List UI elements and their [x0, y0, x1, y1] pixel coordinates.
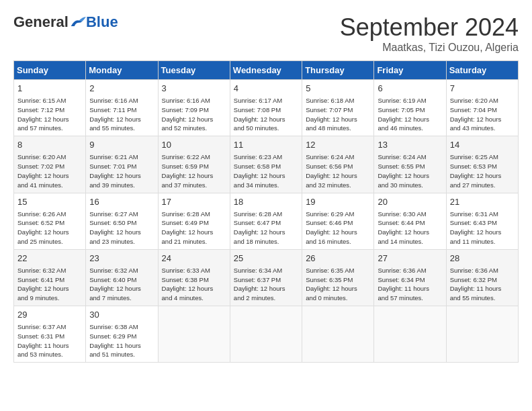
day-info: Sunrise: 6:19 AM Sunset: 7:05 PM Dayligh… [378, 96, 442, 133]
day-info: Sunrise: 6:28 AM Sunset: 6:49 PM Dayligh… [162, 210, 226, 246]
day-number: 4 [234, 83, 298, 95]
day-info: Sunrise: 6:24 AM Sunset: 6:56 PM Dayligh… [306, 152, 370, 189]
day-info: Sunrise: 6:27 AM Sunset: 6:50 PM Dayligh… [89, 210, 154, 246]
calendar-day-cell: 2Sunrise: 6:16 AM Sunset: 7:11 PM Daylig… [86, 80, 158, 136]
day-info: Sunrise: 6:32 AM Sunset: 6:41 PM Dayligh… [17, 266, 82, 303]
day-number: 30 [89, 309, 154, 321]
logo-general-text: General [13, 13, 69, 31]
calendar-empty-cell [230, 306, 302, 363]
day-number: 20 [378, 196, 442, 208]
day-number: 10 [162, 139, 226, 151]
calendar-day-cell: 9Sunrise: 6:21 AM Sunset: 7:01 PM Daylig… [86, 136, 158, 193]
day-number: 29 [17, 309, 82, 321]
day-number: 6 [378, 83, 442, 95]
day-number: 13 [378, 139, 442, 151]
day-info: Sunrise: 6:21 AM Sunset: 7:01 PM Dayligh… [89, 152, 154, 189]
calendar-empty-cell [158, 306, 230, 363]
day-info: Sunrise: 6:23 AM Sunset: 6:58 PM Dayligh… [234, 152, 298, 189]
day-number: 23 [89, 253, 154, 265]
day-number: 22 [17, 253, 82, 265]
calendar-day-cell: 6Sunrise: 6:19 AM Sunset: 7:05 PM Daylig… [374, 80, 446, 136]
calendar-day-cell: 27Sunrise: 6:36 AM Sunset: 6:34 PM Dayli… [374, 249, 446, 306]
calendar-day-cell: 21Sunrise: 6:31 AM Sunset: 6:43 PM Dayli… [446, 193, 518, 249]
day-info: Sunrise: 6:37 AM Sunset: 6:31 PM Dayligh… [17, 322, 82, 359]
weekday-header-friday: Friday [374, 61, 446, 80]
weekday-header-monday: Monday [86, 61, 158, 80]
calendar-day-cell: 29Sunrise: 6:37 AM Sunset: 6:31 PM Dayli… [14, 306, 86, 363]
day-number: 12 [306, 139, 370, 151]
day-number: 7 [450, 83, 515, 95]
calendar-title-area: September 2024 Maatkas, Tizi Ouzou, Alge… [340, 13, 519, 54]
day-info: Sunrise: 6:20 AM Sunset: 7:04 PM Dayligh… [450, 96, 515, 133]
calendar-day-cell: 14Sunrise: 6:25 AM Sunset: 6:53 PM Dayli… [446, 136, 518, 193]
calendar-day-cell: 30Sunrise: 6:38 AM Sunset: 6:29 PM Dayli… [86, 306, 158, 363]
day-number: 25 [234, 253, 298, 265]
day-info: Sunrise: 6:25 AM Sunset: 6:53 PM Dayligh… [450, 152, 515, 189]
day-number: 18 [234, 196, 298, 208]
day-info: Sunrise: 6:38 AM Sunset: 6:29 PM Dayligh… [89, 322, 154, 359]
day-info: Sunrise: 6:15 AM Sunset: 7:12 PM Dayligh… [17, 96, 82, 133]
day-number: 16 [89, 196, 154, 208]
bird-icon [70, 15, 86, 29]
day-info: Sunrise: 6:36 AM Sunset: 6:34 PM Dayligh… [378, 266, 442, 303]
calendar-day-cell: 28Sunrise: 6:36 AM Sunset: 6:32 PM Dayli… [446, 249, 518, 306]
calendar-day-cell: 1Sunrise: 6:15 AM Sunset: 7:12 PM Daylig… [14, 80, 86, 136]
day-number: 14 [450, 139, 515, 151]
calendar-day-cell: 10Sunrise: 6:22 AM Sunset: 6:59 PM Dayli… [158, 136, 230, 193]
day-info: Sunrise: 6:24 AM Sunset: 6:55 PM Dayligh… [378, 152, 442, 189]
page-header: General Blue September 2024 Maatkas, Tiz… [13, 13, 519, 54]
day-info: Sunrise: 6:33 AM Sunset: 6:38 PM Dayligh… [162, 266, 226, 303]
day-number: 5 [306, 83, 370, 95]
day-number: 17 [162, 196, 226, 208]
day-number: 11 [234, 139, 298, 151]
calendar-table: SundayMondayTuesdayWednesdayThursdayFrid… [13, 60, 519, 363]
calendar-day-cell: 20Sunrise: 6:30 AM Sunset: 6:44 PM Dayli… [374, 193, 446, 249]
day-number: 15 [17, 196, 82, 208]
location-title: Maatkas, Tizi Ouzou, Algeria [340, 42, 519, 54]
calendar-day-cell: 4Sunrise: 6:17 AM Sunset: 7:08 PM Daylig… [230, 80, 302, 136]
calendar-day-cell: 7Sunrise: 6:20 AM Sunset: 7:04 PM Daylig… [446, 80, 518, 136]
weekday-header-thursday: Thursday [302, 61, 374, 80]
calendar-empty-cell [446, 306, 518, 363]
calendar-day-cell: 26Sunrise: 6:35 AM Sunset: 6:35 PM Dayli… [302, 249, 374, 306]
day-number: 26 [306, 253, 370, 265]
day-number: 19 [306, 196, 370, 208]
weekday-header-saturday: Saturday [446, 61, 518, 80]
day-info: Sunrise: 6:36 AM Sunset: 6:32 PM Dayligh… [450, 266, 515, 303]
calendar-day-cell: 23Sunrise: 6:32 AM Sunset: 6:40 PM Dayli… [86, 249, 158, 306]
logo: General Blue [13, 13, 118, 31]
calendar-empty-cell [374, 306, 446, 363]
calendar-day-cell: 11Sunrise: 6:23 AM Sunset: 6:58 PM Dayli… [230, 136, 302, 193]
day-info: Sunrise: 6:22 AM Sunset: 6:59 PM Dayligh… [162, 152, 226, 189]
calendar-day-cell: 18Sunrise: 6:28 AM Sunset: 6:47 PM Dayli… [230, 193, 302, 249]
calendar-day-cell: 25Sunrise: 6:34 AM Sunset: 6:37 PM Dayli… [230, 249, 302, 306]
day-number: 8 [17, 139, 82, 151]
calendar-day-cell: 19Sunrise: 6:29 AM Sunset: 6:46 PM Dayli… [302, 193, 374, 249]
day-number: 2 [89, 83, 154, 95]
calendar-day-cell: 5Sunrise: 6:18 AM Sunset: 7:07 PM Daylig… [302, 80, 374, 136]
month-title: September 2024 [340, 13, 519, 42]
calendar-day-cell: 24Sunrise: 6:33 AM Sunset: 6:38 PM Dayli… [158, 249, 230, 306]
calendar-day-cell: 12Sunrise: 6:24 AM Sunset: 6:56 PM Dayli… [302, 136, 374, 193]
day-number: 21 [450, 196, 515, 208]
day-number: 1 [17, 83, 82, 95]
calendar-week-row: 29Sunrise: 6:37 AM Sunset: 6:31 PM Dayli… [14, 306, 519, 363]
day-info: Sunrise: 6:26 AM Sunset: 6:52 PM Dayligh… [17, 210, 82, 246]
calendar-week-row: 8Sunrise: 6:20 AM Sunset: 7:02 PM Daylig… [14, 136, 519, 193]
calendar-week-row: 15Sunrise: 6:26 AM Sunset: 6:52 PM Dayli… [14, 193, 519, 249]
day-info: Sunrise: 6:30 AM Sunset: 6:44 PM Dayligh… [378, 210, 442, 246]
calendar-day-cell: 22Sunrise: 6:32 AM Sunset: 6:41 PM Dayli… [14, 249, 86, 306]
day-info: Sunrise: 6:32 AM Sunset: 6:40 PM Dayligh… [89, 266, 154, 303]
calendar-day-cell: 17Sunrise: 6:28 AM Sunset: 6:49 PM Dayli… [158, 193, 230, 249]
weekday-header-wednesday: Wednesday [230, 61, 302, 80]
calendar-day-cell: 3Sunrise: 6:16 AM Sunset: 7:09 PM Daylig… [158, 80, 230, 136]
calendar-day-cell: 13Sunrise: 6:24 AM Sunset: 6:55 PM Dayli… [374, 136, 446, 193]
calendar-day-cell: 15Sunrise: 6:26 AM Sunset: 6:52 PM Dayli… [14, 193, 86, 249]
weekday-header-row: SundayMondayTuesdayWednesdayThursdayFrid… [14, 61, 519, 80]
day-number: 9 [89, 139, 154, 151]
day-number: 3 [162, 83, 226, 95]
day-info: Sunrise: 6:16 AM Sunset: 7:11 PM Dayligh… [89, 96, 154, 133]
day-info: Sunrise: 6:28 AM Sunset: 6:47 PM Dayligh… [234, 210, 298, 246]
day-info: Sunrise: 6:17 AM Sunset: 7:08 PM Dayligh… [234, 96, 298, 133]
calendar-empty-cell [302, 306, 374, 363]
